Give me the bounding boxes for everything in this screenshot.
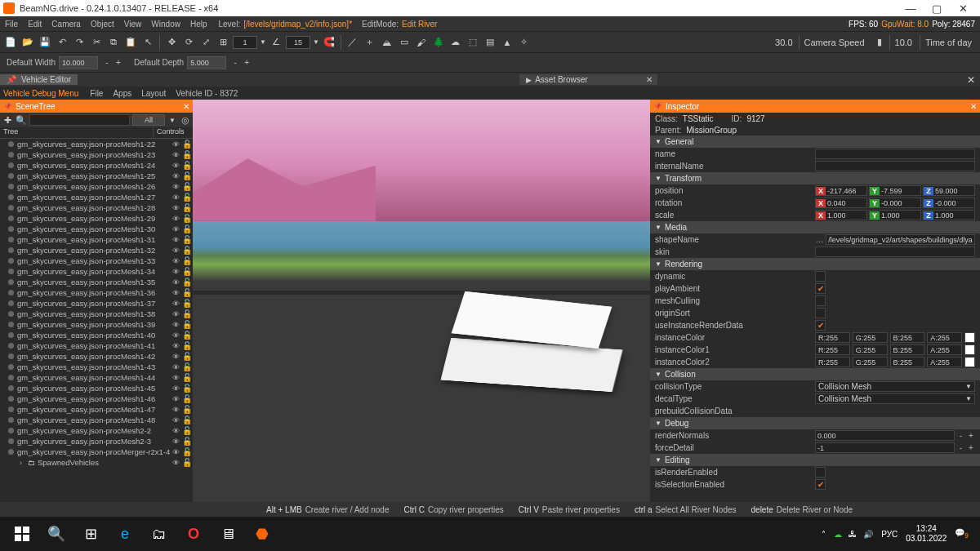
visibility-icon[interactable]: 👁 bbox=[170, 140, 181, 149]
paste-icon[interactable]: 📋 bbox=[123, 35, 138, 50]
visibility-icon[interactable]: 👁 bbox=[170, 459, 181, 467]
camera-speed-value[interactable]: 10.0 bbox=[889, 35, 917, 50]
scenetree-item[interactable]: gm_skycurves_easy.json-procMesh1-45👁🔓 bbox=[0, 383, 193, 393]
filter-all[interactable]: All bbox=[132, 114, 165, 126]
taskview-icon[interactable]: ⊞ bbox=[74, 517, 108, 551]
lock-icon[interactable]: 🔓 bbox=[181, 203, 193, 212]
section-collision[interactable]: ▼Collision bbox=[650, 368, 980, 380]
search-icon[interactable]: 🔍 bbox=[39, 517, 74, 551]
lock-icon[interactable]: 🔓 bbox=[181, 415, 193, 424]
menu-object[interactable]: Object bbox=[86, 20, 119, 29]
open-icon[interactable]: 📂 bbox=[20, 35, 35, 50]
menu-help[interactable]: Help bbox=[185, 20, 212, 29]
lock-icon[interactable]: 🔓 bbox=[181, 140, 193, 149]
menu-view[interactable]: View bbox=[119, 20, 147, 29]
visibility-icon[interactable]: 👁 bbox=[170, 300, 181, 308]
visibility-icon[interactable]: 👁 bbox=[170, 438, 181, 446]
move-icon[interactable]: ✥ bbox=[164, 35, 179, 50]
lock-icon[interactable]: 🔓 bbox=[181, 405, 193, 414]
lock-icon[interactable]: 🔓 bbox=[181, 171, 193, 180]
notifications-icon[interactable]: 💬9 bbox=[955, 528, 969, 540]
lock-icon[interactable]: 🔓 bbox=[181, 309, 193, 318]
visibility-icon[interactable]: 👁 bbox=[170, 225, 181, 233]
language-indicator[interactable]: РУС bbox=[881, 530, 898, 539]
browse-icon[interactable]: … bbox=[815, 235, 824, 244]
app-icon[interactable]: 🖥 bbox=[211, 517, 245, 551]
scenetree-item[interactable]: gm_skycurves_easy.json-procMesh1-27👁🔓 bbox=[0, 192, 193, 202]
useinstance-checkbox[interactable]: ✔ bbox=[815, 320, 826, 331]
visibility-icon[interactable]: 👁 bbox=[170, 310, 181, 318]
tray-network-icon[interactable]: 🖧 bbox=[849, 530, 857, 539]
scenetree-item[interactable]: gm_skycurves_easy.json-procMesh1-35👁🔓 bbox=[0, 277, 193, 287]
scenetree-item[interactable]: gm_skycurves_easy.json-procMesh2-3👁🔓 bbox=[0, 436, 193, 447]
tool-cloud-icon[interactable]: ☁ bbox=[448, 35, 463, 50]
collisiontype-select[interactable]: Collision Mesh▼ bbox=[815, 381, 975, 392]
lock-icon[interactable]: 🔓 bbox=[181, 384, 193, 393]
close-icon[interactable]: ✕ bbox=[970, 102, 977, 111]
visibility-icon[interactable]: 👁 bbox=[170, 151, 181, 159]
copy-icon[interactable]: ⧉ bbox=[106, 35, 121, 50]
camera-speed-label[interactable]: Camera Speed bbox=[799, 35, 870, 50]
lock-icon[interactable]: 🔓 bbox=[181, 214, 193, 223]
visibility-icon[interactable]: 👁 bbox=[170, 448, 181, 456]
scenetree-item[interactable]: gm_skycurves_easy.json-procMesh1-33👁🔓 bbox=[0, 256, 193, 266]
visibility-icon[interactable]: 👁 bbox=[170, 374, 181, 382]
tab-vehicle-editor[interactable]: 📌Vehicle Editor bbox=[0, 74, 78, 85]
ve-menu-layout[interactable]: Layout bbox=[136, 89, 171, 98]
scenetree-item[interactable]: gm_skycurves_easy.json-procMesh1-41👁🔓 bbox=[0, 340, 193, 351]
lock-icon[interactable]: 🔓 bbox=[181, 288, 193, 297]
scenetree-item[interactable]: gm_skycurves_easy.json-procMesh1-28👁🔓 bbox=[0, 202, 193, 213]
vehicle-debug-menu[interactable]: Vehicle Debug Menu bbox=[3, 89, 85, 98]
visibility-icon[interactable]: 👁 bbox=[170, 321, 181, 329]
skin-input[interactable] bbox=[815, 247, 975, 257]
section-editing[interactable]: ▼Editing bbox=[650, 454, 980, 466]
scenetree-header[interactable]: 📌SceneTree✕ bbox=[0, 100, 193, 113]
lock-icon[interactable]: 🔓 bbox=[181, 182, 193, 191]
lock-icon[interactable]: 🔓 bbox=[181, 246, 193, 255]
default-depth-input[interactable] bbox=[187, 56, 226, 69]
lock-icon[interactable]: 🔓 bbox=[181, 331, 193, 340]
instancecolor2-rgba[interactable]: R:255G:255B:255A:255 bbox=[815, 357, 975, 367]
visibility-icon[interactable]: 👁 bbox=[170, 406, 181, 414]
width-minus[interactable]: - bbox=[101, 58, 113, 67]
dropdown-icon[interactable]: ▼ bbox=[167, 117, 177, 124]
visibility-icon[interactable]: 👁 bbox=[170, 416, 181, 424]
lock-icon[interactable]: 🔓 bbox=[181, 235, 193, 244]
scenetree-item[interactable]: gm_skycurves_easy.json-procMesh1-26👁🔓 bbox=[0, 181, 193, 192]
maximize-button[interactable]: ▢ bbox=[929, 1, 944, 16]
scenetree-item[interactable]: gm_skycurves_easy.json-procMesh1-37👁🔓 bbox=[0, 298, 193, 309]
tray-sound-icon[interactable]: 🔊 bbox=[863, 530, 873, 539]
scenetree-item[interactable]: gm_skycurves_easy.json-procMesh1-43👁🔓 bbox=[0, 362, 193, 372]
lock-icon[interactable]: 🔓 bbox=[181, 267, 193, 276]
clock[interactable]: 13:2403.01.2022 bbox=[906, 524, 947, 544]
playambient-checkbox[interactable]: ✔ bbox=[815, 283, 826, 294]
isrender-checkbox[interactable] bbox=[815, 467, 826, 478]
scenetree-item[interactable]: gm_skycurves_easy.json-procMerger-r2x1-4… bbox=[0, 447, 193, 457]
opera-icon[interactable]: O bbox=[176, 517, 211, 551]
close-button[interactable]: ✕ bbox=[956, 1, 970, 16]
visibility-icon[interactable]: 👁 bbox=[170, 215, 181, 223]
tool-misc-icon[interactable]: ✧ bbox=[517, 35, 532, 50]
scenetree-item[interactable]: gm_skycurves_easy.json-procMesh1-42👁🔓 bbox=[0, 351, 193, 362]
snap-value-1[interactable] bbox=[233, 36, 257, 49]
save-icon[interactable]: 💾 bbox=[38, 35, 52, 50]
visibility-icon[interactable]: 👁 bbox=[170, 257, 181, 265]
scenetree-item[interactable]: gm_skycurves_easy.json-procMesh1-36👁🔓 bbox=[0, 287, 193, 298]
scenetree-item[interactable]: gm_skycurves_easy.json-procMesh1-32👁🔓 bbox=[0, 245, 193, 256]
scenetree-list[interactable]: gm_skycurves_easy.json-procMesh1-22👁🔓gm_… bbox=[0, 139, 193, 533]
ve-menu-file[interactable]: File bbox=[85, 89, 108, 98]
scenetree-item[interactable]: gm_skycurves_easy.json-procMesh1-39👁🔓 bbox=[0, 319, 193, 330]
start-button[interactable] bbox=[5, 517, 39, 551]
tool-decal-icon[interactable]: ▤ bbox=[483, 35, 497, 50]
tool-terrain-icon[interactable]: ⛰ bbox=[380, 35, 394, 50]
visibility-icon[interactable]: 👁 bbox=[170, 172, 181, 180]
scale-icon[interactable]: ⤢ bbox=[198, 35, 213, 50]
camera-slider-icon[interactable]: ▮ bbox=[872, 35, 887, 50]
ve-menu-apps[interactable]: Apps bbox=[108, 89, 136, 98]
tab-asset-browser[interactable]: ▶Asset Browser✕ bbox=[519, 74, 658, 85]
visibility-icon[interactable]: 👁 bbox=[170, 427, 181, 435]
menu-window[interactable]: Window bbox=[146, 20, 185, 29]
scenetree-item[interactable]: gm_skycurves_easy.json-procMesh1-23👁🔓 bbox=[0, 149, 193, 160]
section-general[interactable]: ▼General bbox=[650, 136, 980, 148]
lock-icon[interactable]: 🔓 bbox=[181, 437, 193, 446]
